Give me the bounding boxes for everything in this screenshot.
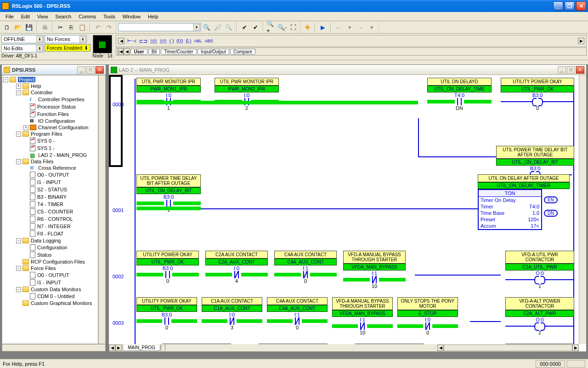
fwd-menu[interactable]: ▾ — [367, 22, 377, 32]
close-button[interactable]: ✕ — [576, 1, 586, 11]
ladder-view[interactable]: 0000UTIL PWR MONITOR IPRPWR_MON1_IPRI:01… — [109, 75, 579, 344]
instruction[interactable]: UTIL PWR MONITOR IPRPWR_MON2_IPRI:02 — [215, 78, 279, 111]
instruction[interactable]: VFD-A UTIL PWR CONTACTORC1A_UTIL_PWRO:01 — [505, 251, 574, 289]
mode-combo[interactable]: OFFLINE⬇ — [1, 35, 44, 43]
ton-instruction[interactable]: TONTimer On DelayTimerT4:0Time Base1.0Pr… — [478, 189, 542, 230]
tree-hscroll[interactable] — [2, 344, 106, 351]
tree-item[interactable]: B3 - BINARY — [3, 193, 97, 201]
tree-item[interactable]: O0 - OUTPUT — [3, 271, 97, 279]
ladder-vscroll[interactable] — [579, 75, 586, 344]
address-combo[interactable]: ▼ — [118, 23, 201, 31]
tree-item[interactable]: Processor Status — [3, 103, 97, 110]
instruction[interactable]: UTILITY POWER OKAYUTIL_PWR_OKB3:00 — [501, 78, 574, 111]
tree-item[interactable]: +Help — [3, 83, 97, 89]
tree-item[interactable]: O0 - OUTPUT — [3, 171, 97, 178]
tree-item[interactable]: S2 - STATUS — [3, 186, 97, 193]
instruction[interactable]: C4A AUX CONTACTC4A_AUX_CONTI:10 — [274, 251, 337, 289]
tree-item[interactable]: Configuration — [3, 244, 97, 251]
instruction[interactable]: C4A AUX CONTACTC4A_AUX_CONTI:10 — [267, 297, 328, 335]
instruction[interactable]: C2A AUX CONTACTC2A_AUX_CONTI:04 — [205, 251, 268, 289]
instruction[interactable]: UTILITY POWER OKAYUTIL_PWR_OKB3:00 — [136, 251, 199, 289]
redo-button[interactable]: ↷ — [104, 22, 114, 32]
lad-minimize[interactable]: _ — [558, 66, 566, 74]
tree-item[interactable]: Function Files — [3, 110, 97, 118]
inst-abs[interactable]: ABS — [204, 39, 213, 43]
ladder-hscroll[interactable]: ◀ ▶ MAIN_PROG ◀ ▶ — [109, 344, 579, 351]
tree-item[interactable]: I1 - INPUT — [3, 178, 97, 186]
maximize-button[interactable]: ❐ — [565, 1, 575, 11]
palette-scroll-right[interactable]: ▶ — [578, 38, 584, 44]
tree-item[interactable]: ▦LAD 2 - MAIN_PROG — [3, 152, 97, 158]
verify-button[interactable]: ✔ — [239, 22, 249, 32]
tree-item[interactable]: C5 - COUNTER — [3, 208, 97, 215]
tree-item[interactable]: ⊞Cross Reference — [3, 165, 97, 171]
tree-item[interactable]: −Data Logging — [3, 237, 97, 244]
paste-button[interactable]: 📋 — [77, 22, 87, 32]
tree-item[interactable]: iController Properties — [3, 96, 97, 103]
instruction[interactable]: VFD-A ALT POWER CONTACTORC2A_ALT_PWRO:02 — [505, 297, 574, 335]
tab-io[interactable]: Input/Output — [198, 49, 229, 55]
tree-item[interactable]: SYS 1 - — [3, 144, 97, 152]
instruction[interactable]: UTIL ON DELAYDUTIL_ON_DELAY_TIMET4:0DN — [427, 78, 492, 111]
lad-hscroll-left[interactable]: ◀ — [437, 345, 444, 351]
menu-tools[interactable]: Tools — [100, 13, 119, 20]
tab-user[interactable]: User — [130, 49, 147, 55]
menu-file[interactable]: File — [2, 13, 17, 20]
instruction[interactable]: ONLY STOPS THE PONY MOTORE_STOPI:00 — [397, 297, 458, 335]
tree-maximize[interactable]: □ — [86, 66, 95, 74]
ladder-tab-mainprog[interactable]: MAIN_PROG — [123, 345, 160, 351]
tree-item[interactable]: SYS 0 - — [3, 137, 97, 144]
tree-item[interactable]: F8 - FLOAT — [3, 230, 97, 237]
menu-window[interactable]: Window — [119, 13, 144, 20]
tree-close[interactable]: ✕ — [96, 66, 104, 74]
undo-button[interactable]: ↶ — [93, 22, 103, 32]
lad-hscroll-track[interactable] — [444, 345, 572, 351]
instruction[interactable]: C1A AUX CONTACTC1A_AUX_CONTI:03 — [202, 297, 262, 335]
inst-otl[interactable]: (L) — [186, 39, 191, 44]
tree-item[interactable]: −Data Files — [3, 158, 97, 165]
instruction[interactable]: UTILITY POWER OKAYUTIL_PWR_OKB3:00 — [136, 297, 197, 335]
tree-item[interactable]: −Program Files — [3, 131, 97, 137]
instruction[interactable]: VFD-A MANUAL BYPASS THROUGH STARTERVFDA_… — [343, 251, 406, 289]
instruction[interactable]: VFD-A MANUAL BYPASS THROUGH STARTERVFDA_… — [332, 297, 393, 335]
inst-rung[interactable]: ⊢⊣ — [127, 38, 136, 44]
tab-bit[interactable]: Bit — [148, 49, 160, 55]
inst-abl[interactable]: ABL — [194, 39, 202, 43]
save-button[interactable]: 💾 — [24, 22, 34, 32]
menu-search[interactable]: Search — [51, 13, 75, 20]
new-button[interactable]: 🗋 — [2, 22, 12, 32]
tree-item[interactable]: −Controller — [3, 89, 97, 96]
forces-combo[interactable]: No Forces⬇ — [45, 35, 87, 43]
tree-item[interactable]: R6 - CONTROL — [3, 215, 97, 223]
print-button[interactable]: 🖶 — [40, 22, 50, 32]
cut-button[interactable]: ✂ — [55, 22, 65, 32]
tab-compare[interactable]: Compare — [230, 49, 255, 55]
inst-branch[interactable]: ⊏⊐ — [139, 38, 147, 44]
lad-hscroll-right[interactable]: ▶ — [572, 345, 579, 351]
tree-item[interactable]: RCP Configuration Files — [3, 259, 97, 265]
tree-item[interactable]: N7 - INTEGER — [3, 223, 97, 230]
menu-view[interactable]: View — [34, 13, 52, 20]
menu-help[interactable]: Help — [144, 13, 162, 20]
lad-maximize[interactable]: □ — [567, 66, 575, 74]
add-button[interactable]: ✚ — [302, 22, 312, 32]
zoom-fit-button[interactable]: ⛶ — [288, 22, 298, 32]
lad-tab-prev[interactable]: ◀ — [109, 345, 115, 351]
tree-item[interactable]: ⦀⦀IO Configuration — [3, 118, 97, 124]
find-button[interactable]: 🔍 — [202, 22, 212, 32]
inst-xio[interactable]: ▯/▯ — [160, 39, 167, 44]
minimize-button[interactable]: _ — [553, 1, 563, 11]
tree-item[interactable]: I1 - INPUT — [3, 279, 97, 286]
zoom-out-button[interactable]: 🔍- — [277, 22, 287, 32]
tree-item[interactable]: +Channel Configuration — [3, 124, 97, 131]
inst-xic[interactable]: ▯|▯ — [150, 39, 157, 44]
tree-vscroll[interactable] — [98, 75, 106, 344]
edits-combo[interactable]: No Edits⬇ — [1, 44, 44, 52]
copy-button[interactable]: ⎘ — [66, 22, 76, 32]
zoom-in-button[interactable]: 🔍+ — [266, 22, 276, 32]
lad-close[interactable]: ✕ — [576, 66, 584, 74]
tabs-prev[interactable]: ◀ — [124, 48, 130, 55]
find-prev-button[interactable]: 🔍 — [224, 22, 234, 32]
menu-edit[interactable]: Edit — [17, 13, 34, 20]
fwd-button[interactable]: → — [356, 22, 366, 32]
